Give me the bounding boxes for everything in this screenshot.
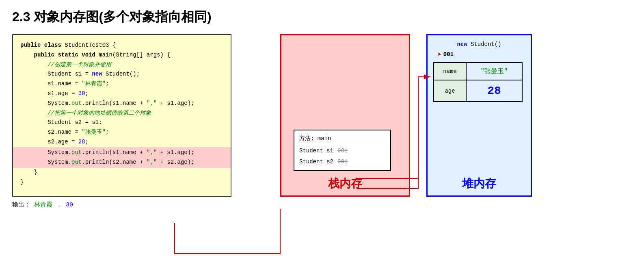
age-val: 28 <box>467 80 522 101</box>
code-line-3: //创建第一个对象并使用 <box>20 60 223 70</box>
code-line-5: s1.name = "林青霞"; <box>20 79 223 89</box>
code-line-6: s1.age = 30; <box>20 89 223 99</box>
arrow-right-icon: ➤ <box>437 50 442 59</box>
output-age: 30 <box>66 202 73 208</box>
code-panel: public class StudentTest03 { public stat… <box>12 34 231 197</box>
code-line-11: s2.age = 28; <box>20 137 223 147</box>
new-student-label: new Student() <box>433 41 525 48</box>
diagram-container: public class StudentTest03 { public stat… <box>12 34 632 197</box>
code-line-2: public static void main(String[] args) { <box>20 50 223 60</box>
object-grid: name "张曼玉" age 28 <box>433 62 523 102</box>
name-val: "张曼玉" <box>467 63 522 80</box>
stack-panel: 方法: main Student s1 001 Student s2 001 栈… <box>280 34 410 197</box>
code-line-15: } <box>20 178 223 187</box>
code-line-10: s2.name = "张曼玉"; <box>20 128 223 137</box>
s1-label: Student s1 <box>299 146 333 156</box>
output-separator: ， <box>56 202 62 208</box>
highlighted-block: System.out.println(s1.name + "," + s1.ag… <box>13 147 231 168</box>
code-line-14: } <box>20 168 223 178</box>
code-line-12: System.out.println(s1.name + "," + s1.ag… <box>20 148 223 158</box>
output-name: 林青霞 <box>34 202 52 208</box>
name-row: name "张曼玉" <box>434 63 522 80</box>
bottom-output: 输出： 林青霞 ， 30 <box>12 201 632 208</box>
s1-row: Student s1 001 <box>299 146 385 156</box>
name-key: name <box>434 63 467 80</box>
code-line-1: public class StudentTest03 { <box>20 41 223 50</box>
s2-row: Student s2 001 <box>299 157 385 167</box>
stack-label: 栈内存 <box>281 176 409 191</box>
heap-label: 堆内存 <box>428 176 531 191</box>
code-line-13: System.out.println(s2.name + "," + s2.ag… <box>20 158 223 167</box>
page-title: 2.3 对象内存图(多个对象指向相同) <box>12 8 632 26</box>
code-line-7: System.out.println(s1.name + "," + s1.ag… <box>20 99 223 108</box>
s1-val: 001 <box>337 146 348 156</box>
code-line-9: Student s2 = s1; <box>20 118 223 128</box>
stack-inner-box: 方法: main Student s1 001 Student s2 001 <box>294 130 391 171</box>
code-line-4: Student s1 = new Student(); <box>20 69 223 79</box>
method-label: 方法: main <box>299 134 385 144</box>
age-row: age 28 <box>434 80 522 101</box>
code-line-8: //把第一个对象的地址赋值给第二个对象 <box>20 108 223 118</box>
code-to-stack-bottom-arrow <box>175 209 280 254</box>
s2-label: Student s2 <box>299 157 333 167</box>
age-key: age <box>434 80 467 101</box>
heap-panel: new Student() ➤ 001 name "张曼玉" age 28 堆内… <box>426 34 532 197</box>
heap-address: 001 <box>443 51 454 58</box>
output-label: 输出： <box>12 202 30 208</box>
address-line: ➤ 001 <box>433 50 525 59</box>
s2-val: 001 <box>337 157 348 167</box>
